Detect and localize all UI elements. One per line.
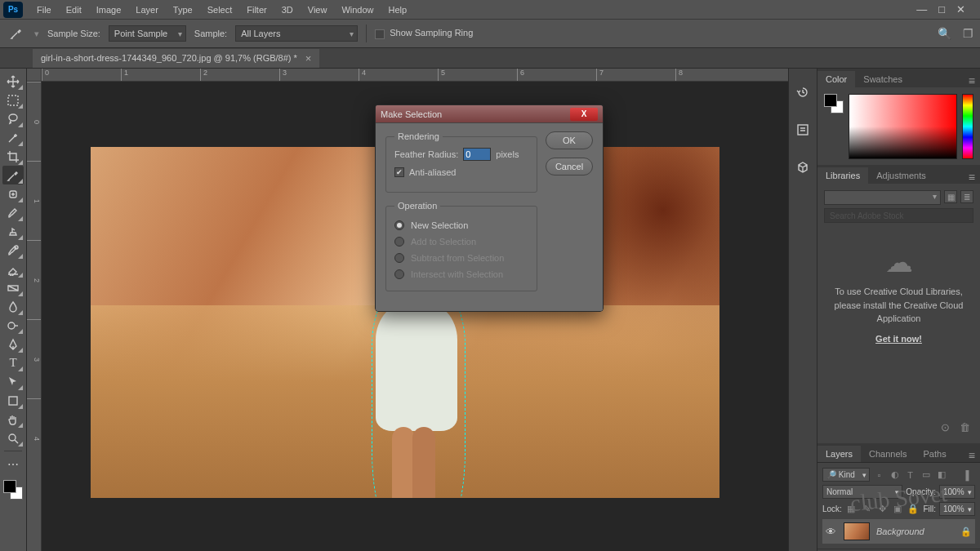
menu-image[interactable]: Image xyxy=(89,2,129,17)
document-tab[interactable]: girl-in-a-short-dress-1744349_960_720.jp… xyxy=(33,49,319,68)
dialog-titlebar[interactable]: Make Selection X xyxy=(376,105,603,123)
ruler-origin[interactable] xyxy=(27,69,42,82)
shape-tool[interactable] xyxy=(2,391,24,410)
operation-subtract-radio xyxy=(394,253,404,263)
tab-channels[interactable]: Channels xyxy=(861,446,915,462)
dialog-close-button[interactable]: X xyxy=(570,108,598,121)
tab-swatches[interactable]: Swatches xyxy=(855,71,911,87)
close-window-button[interactable]: ✕ xyxy=(956,3,965,16)
eraser-tool[interactable] xyxy=(2,260,24,278)
show-sampling-ring-checkbox[interactable]: Show Sampling Ring xyxy=(375,28,473,38)
grid-view-icon[interactable]: ▦ xyxy=(944,190,957,203)
antialiased-checkbox[interactable]: ✔ xyxy=(394,167,404,177)
layer-lock-icon[interactable]: 🔒 xyxy=(960,527,972,537)
ok-button[interactable]: OK xyxy=(546,131,593,149)
dodge-tool[interactable] xyxy=(2,316,24,335)
lock-position-icon[interactable]: ✥ xyxy=(876,503,889,515)
libraries-panel-menu-icon[interactable]: ≡ xyxy=(964,171,980,184)
menu-layer[interactable]: Layer xyxy=(128,2,166,17)
close-tab-icon[interactable]: × xyxy=(305,52,312,64)
tab-paths[interactable]: Paths xyxy=(915,446,955,462)
fill-input[interactable]: 100% xyxy=(939,502,975,516)
photoshop-logo-icon: Ps xyxy=(3,2,23,18)
menu-help[interactable]: Help xyxy=(381,2,415,17)
move-tool[interactable] xyxy=(2,72,24,91)
history-brush-tool[interactable] xyxy=(2,241,24,260)
lock-all-icon[interactable]: 🔒 xyxy=(907,503,920,515)
filter-toggle-icon[interactable]: ▌ xyxy=(963,469,975,481)
layer-row-background[interactable]: 👁 Background 🔒 xyxy=(822,519,975,544)
vertical-ruler[interactable]: 01234 xyxy=(27,82,42,551)
blend-mode-select[interactable]: Normal xyxy=(822,485,902,499)
sample-layers-select[interactable]: All Layers xyxy=(235,25,358,42)
menu-view[interactable]: View xyxy=(301,2,335,17)
sample-size-select[interactable]: Point Sample xyxy=(109,25,186,42)
lasso-tool[interactable] xyxy=(2,109,24,128)
search-icon[interactable]: 🔍 xyxy=(938,27,951,40)
filter-type-icon[interactable]: T xyxy=(904,469,916,481)
filter-smart-icon[interactable]: ◧ xyxy=(935,469,947,481)
color-fg-bg-swatches[interactable] xyxy=(824,94,844,158)
tab-layers[interactable]: Layers xyxy=(817,446,861,462)
pen-tool[interactable] xyxy=(2,335,24,353)
type-tool[interactable]: T xyxy=(2,353,24,372)
libraries-sync-icon[interactable]: ⊙ xyxy=(941,421,950,433)
properties-panel-icon[interactable] xyxy=(794,121,812,139)
tab-adjustments[interactable]: Adjustments xyxy=(868,167,934,184)
hand-tool[interactable] xyxy=(2,410,24,429)
tab-libraries[interactable]: Libraries xyxy=(817,167,868,184)
lock-pixels-icon[interactable]: ✎ xyxy=(861,503,873,515)
layer-filter-kind[interactable]: 🔎 Kind xyxy=(822,468,870,482)
list-view-icon[interactable]: ≣ xyxy=(960,190,973,203)
marquee-tool[interactable] xyxy=(2,91,24,109)
zoom-tool[interactable] xyxy=(2,429,24,447)
menu-3d[interactable]: 3D xyxy=(274,2,301,17)
workspace-icon[interactable]: ❐ xyxy=(963,27,973,40)
history-panel-icon[interactable] xyxy=(794,83,812,101)
tab-color[interactable]: Color xyxy=(817,71,855,87)
spot-healing-tool[interactable] xyxy=(2,184,24,203)
edit-toolbar-icon[interactable]: ⋯ xyxy=(2,455,24,473)
libraries-trash-icon[interactable]: 🗑 xyxy=(960,421,970,433)
minimize-button[interactable]: — xyxy=(916,3,927,16)
hue-slider[interactable] xyxy=(962,94,973,159)
filter-shape-icon[interactable]: ▭ xyxy=(920,469,932,481)
foreground-color-swatch[interactable] xyxy=(3,480,16,493)
gradient-tool[interactable] xyxy=(2,278,24,297)
eyedropper-preset-icon[interactable] xyxy=(7,24,26,43)
menu-file[interactable]: File xyxy=(29,2,59,17)
color-panel-menu-icon[interactable]: ≡ xyxy=(964,74,980,87)
menu-type[interactable]: Type xyxy=(166,2,200,17)
lock-artboard-icon[interactable]: ▣ xyxy=(892,503,904,515)
horizontal-ruler[interactable]: 012345678 xyxy=(42,69,788,82)
clone-stamp-tool[interactable] xyxy=(2,222,24,241)
layer-visibility-icon[interactable]: 👁 xyxy=(826,526,837,538)
operation-new-radio[interactable] xyxy=(394,220,404,230)
library-select[interactable] xyxy=(824,190,941,205)
magic-wand-tool[interactable] xyxy=(2,128,24,147)
layer-name[interactable]: Background xyxy=(876,527,924,536)
menu-filter[interactable]: Filter xyxy=(239,2,274,17)
crop-tool[interactable] xyxy=(2,147,24,166)
color-field[interactable] xyxy=(849,94,957,159)
layer-thumbnail[interactable] xyxy=(844,522,870,540)
menu-window[interactable]: Window xyxy=(334,2,381,17)
opacity-input[interactable]: 100% xyxy=(939,485,975,499)
filter-pixel-icon[interactable]: ▫ xyxy=(873,469,885,481)
cancel-button[interactable]: Cancel xyxy=(546,158,593,176)
lock-transparency-icon[interactable]: ▦ xyxy=(845,503,858,515)
library-search-input[interactable]: Search Adobe Stock xyxy=(824,208,973,223)
3d-panel-icon[interactable] xyxy=(794,158,812,176)
eyedropper-tool[interactable] xyxy=(2,166,24,184)
blur-tool[interactable] xyxy=(2,297,24,316)
maximize-button[interactable]: □ xyxy=(938,3,945,16)
menu-select[interactable]: Select xyxy=(200,2,240,17)
foreground-background-colors[interactable] xyxy=(2,479,24,500)
feather-radius-input[interactable] xyxy=(463,148,491,161)
brush-tool[interactable] xyxy=(2,203,24,222)
path-selection-tool[interactable] xyxy=(2,372,24,391)
filter-adjust-icon[interactable]: ◐ xyxy=(889,469,901,481)
menu-edit[interactable]: Edit xyxy=(59,2,89,17)
get-it-now-link[interactable]: Get it now! xyxy=(824,334,973,344)
layers-panel-menu-icon[interactable]: ≡ xyxy=(964,449,980,462)
